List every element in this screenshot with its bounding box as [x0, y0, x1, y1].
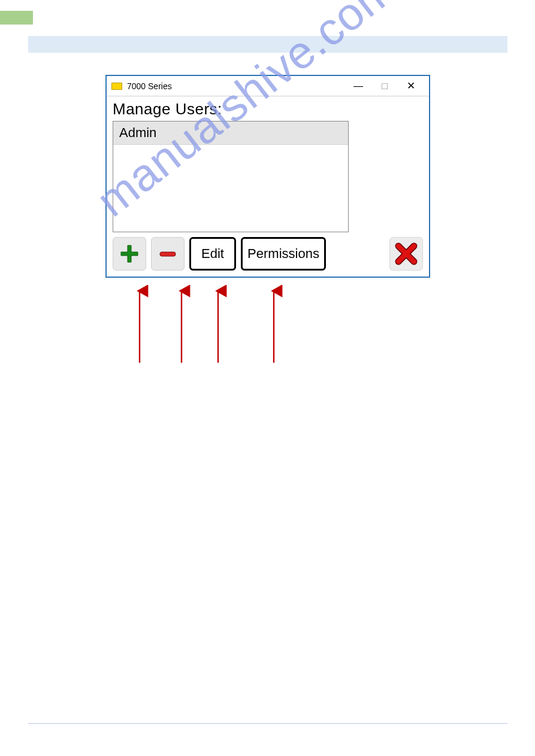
svg-rect-0	[160, 252, 176, 256]
plus-icon	[119, 244, 140, 264]
manage-users-dialog: 7000 Series — □ ✕ Manage Users: Admin Ed…	[105, 75, 430, 278]
dialog-heading: Manage Users:	[113, 100, 423, 119]
edit-button[interactable]: Edit	[189, 237, 236, 271]
close-window-button[interactable]: ✕	[398, 80, 424, 92]
permissions-button-label: Permissions	[247, 246, 319, 262]
minimize-button[interactable]: —	[345, 81, 371, 92]
remove-user-button[interactable]	[151, 237, 185, 271]
maximize-button[interactable]: □	[371, 81, 398, 92]
window-titlebar[interactable]: 7000 Series — □ ✕	[107, 76, 429, 96]
edit-button-label: Edit	[201, 246, 224, 262]
section-header-band	[28, 36, 507, 53]
dialog-body: Manage Users: Admin Edit Permissions	[107, 96, 429, 277]
app-icon	[111, 83, 122, 90]
user-list[interactable]: Admin	[113, 121, 349, 232]
annotation-arrows	[102, 285, 437, 369]
dialog-toolbar: Edit Permissions	[113, 237, 423, 271]
permissions-button[interactable]: Permissions	[241, 237, 326, 271]
footer-divider	[28, 723, 507, 724]
add-user-button[interactable]	[113, 237, 146, 271]
list-item[interactable]: Admin	[113, 122, 348, 145]
close-dialog-button[interactable]	[389, 237, 423, 271]
page-corner-tab	[0, 11, 33, 25]
close-x-icon	[395, 242, 418, 265]
minus-icon	[158, 244, 178, 264]
window-title: 7000 Series	[127, 81, 345, 91]
